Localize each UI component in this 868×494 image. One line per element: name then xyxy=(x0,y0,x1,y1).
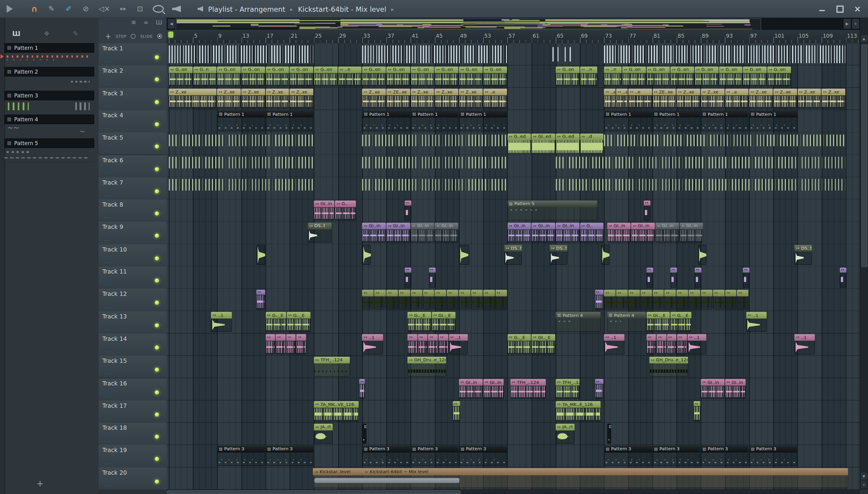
track-options-dots[interactable]: ··· xyxy=(104,59,112,64)
playhead-marker[interactable] xyxy=(168,32,173,38)
minimize-button[interactable] xyxy=(819,10,825,11)
audio-clip[interactable]: ↦TFH_..124 xyxy=(510,379,546,399)
audio-clip[interactable]: ↦ xyxy=(677,289,688,310)
step-toggle[interactable] xyxy=(131,34,136,39)
audio-clip[interactable]: ↦GI..in xyxy=(507,223,531,243)
audio-clip[interactable]: ↦ xyxy=(256,289,265,310)
audio-clip[interactable]: ↦G..on xyxy=(314,66,338,87)
scroll-up-button[interactable]: ▲ xyxy=(861,35,867,42)
track-header[interactable]: Track 5··· xyxy=(99,132,167,155)
audio-clip[interactable]: ↦ xyxy=(725,289,736,310)
audio-clip[interactable] xyxy=(553,44,561,64)
audio-clip[interactable]: ↦G.._E xyxy=(287,312,310,332)
audio-clip[interactable]: ↦ xyxy=(495,289,507,310)
track-header[interactable]: Track 17··· xyxy=(99,400,167,423)
mute-icon[interactable]: ◁× xyxy=(99,4,110,14)
track-options-dots[interactable]: ··· xyxy=(104,483,112,489)
track-header[interactable]: Track 4··· xyxy=(99,110,167,133)
audio-clip[interactable]: ↦DS..t xyxy=(550,245,567,265)
audio-clip[interactable]: ↦G..on xyxy=(695,66,718,87)
audio-clip[interactable]: ↦ xyxy=(840,267,846,287)
audio-clip[interactable]: ↦G..ed xyxy=(556,133,579,153)
track-options-dots[interactable]: ··· xyxy=(104,260,112,265)
pattern-clip[interactable]: ▤Pattern 1 xyxy=(459,111,507,131)
audio-clip[interactable] xyxy=(169,178,313,198)
audio-clip[interactable]: ↦G..on xyxy=(743,66,767,87)
audio-clip[interactable]: ↦DS..t xyxy=(794,245,812,265)
overview-visible-range[interactable] xyxy=(175,18,761,31)
track-header[interactable]: Track 2··· xyxy=(99,65,167,88)
audio-clip[interactable] xyxy=(556,178,845,198)
audio-clip[interactable]: ↦Z..xe xyxy=(169,89,217,109)
audio-clip[interactable]: ↦ xyxy=(628,289,639,310)
audio-clip[interactable] xyxy=(169,44,313,64)
audio-clip[interactable]: ↦G..on xyxy=(671,66,694,87)
audio-clip[interactable]: ↦GH_Dru..e_124 xyxy=(408,357,446,377)
pattern-clip[interactable]: ▤Pattern 3 xyxy=(265,446,313,466)
audio-clip[interactable]: ↦G..on xyxy=(290,66,313,87)
audio-clip[interactable] xyxy=(362,44,507,64)
track-options-dots[interactable]: ··· xyxy=(104,193,112,198)
audio-clip[interactable]: ↦Z..xe xyxy=(677,89,700,109)
track-mute-led[interactable] xyxy=(154,167,159,172)
track-options-dots[interactable]: ··· xyxy=(104,372,112,377)
pattern-clip[interactable]: ▤Pattern 1 xyxy=(265,111,313,131)
horizontal-scrollbar[interactable] xyxy=(167,490,860,494)
audio-clip[interactable]: ↦ xyxy=(429,267,435,287)
pattern-clip[interactable]: ▤Pattern 3 xyxy=(701,446,749,466)
audio-clip[interactable]: ↦G..on xyxy=(411,66,434,87)
audio-clip[interactable]: ↦G.._E xyxy=(265,312,286,332)
audio-clip[interactable]: ↦TA_MK..E_126 xyxy=(556,401,601,421)
pattern-clip[interactable]: ▤Pattern 1 xyxy=(749,111,797,131)
audio-clip[interactable]: ↦ xyxy=(483,289,495,310)
audio-clip[interactable] xyxy=(362,156,507,176)
track-options-dots[interactable]: ··· xyxy=(104,238,112,243)
audio-clip[interactable]: ↦..1 xyxy=(449,334,468,354)
audio-clip[interactable]: ↦..e xyxy=(483,89,507,109)
audio-clip[interactable]: ↦ xyxy=(652,289,664,310)
track-mute-led[interactable] xyxy=(154,323,159,328)
track-header[interactable]: Track 12··· xyxy=(99,289,167,311)
audio-clip[interactable]: ↦G.._E xyxy=(671,312,691,332)
add-track-button[interactable]: + xyxy=(105,32,111,41)
horizontal-scroll-thumb[interactable] xyxy=(167,490,460,494)
audio-clip[interactable]: ↦Z..xe xyxy=(773,89,797,109)
audio-clip[interactable]: ↦ xyxy=(411,289,422,310)
audio-clip[interactable]: ↦ xyxy=(737,289,749,310)
audio-clip[interactable]: ↦..1 xyxy=(688,334,706,354)
track-mute-led[interactable] xyxy=(154,345,159,350)
audio-clip[interactable]: ↦G..on xyxy=(767,66,791,87)
track-mute-led[interactable] xyxy=(154,412,159,417)
audio-clip[interactable]: ↦Z..xe xyxy=(290,89,313,109)
track-header[interactable]: Track 18··· xyxy=(99,423,167,446)
slip-icon[interactable]: ⊘ xyxy=(81,4,90,14)
maximize-button[interactable] xyxy=(836,5,843,12)
audio-clip[interactable]: ↦GI..in xyxy=(459,379,482,399)
audio-clip[interactable]: ↦Z..xe xyxy=(749,89,773,109)
pattern-clip[interactable]: ▤Pattern 4 xyxy=(556,312,601,332)
audio-clip[interactable]: ↦ xyxy=(677,334,687,354)
snap-icon[interactable]: ≋ xyxy=(131,19,136,26)
pattern-list-item[interactable]: ▤Pattern 2 xyxy=(4,67,94,91)
audio-clip[interactable] xyxy=(601,245,609,265)
track-options-dots[interactable]: ··· xyxy=(104,349,112,355)
overview-zoom-button[interactable]: + xyxy=(852,19,859,28)
marquee-icon[interactable]: ⊡ xyxy=(136,4,144,14)
track-options-dots[interactable]: ··· xyxy=(104,305,112,310)
slide-link-icon[interactable]: ∞ xyxy=(143,19,149,26)
track-header[interactable]: Track 1··· xyxy=(99,43,167,66)
audio-clip[interactable]: ↦..d xyxy=(580,133,604,153)
pattern-list-item[interactable]: ▤Pattern 5 xyxy=(4,138,94,162)
audio-clip[interactable]: ×GI..in xyxy=(411,223,434,243)
track-mute-led[interactable] xyxy=(154,211,159,216)
track-header[interactable]: Track 15··· xyxy=(99,356,167,379)
timeline-ruler[interactable]: 5913172125293337414549535761656973778185… xyxy=(167,30,860,44)
audio-clip[interactable]: ↦GI..in xyxy=(387,223,410,243)
audio-clip[interactable]: ↦ xyxy=(408,334,417,354)
track-options-dots[interactable]: ··· xyxy=(104,439,112,444)
audio-clip[interactable]: ↦GI..in xyxy=(314,200,335,221)
audio-clip[interactable] xyxy=(556,156,845,176)
audio-clip[interactable]: ↦GI..in xyxy=(532,223,555,243)
track-mute-led[interactable] xyxy=(154,390,159,395)
audio-clip[interactable]: ↦ xyxy=(471,289,482,310)
